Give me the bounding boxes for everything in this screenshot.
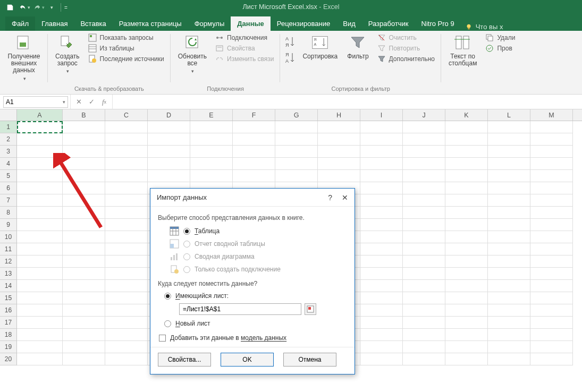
cell[interactable] [360,268,403,280]
cell[interactable] [488,243,530,255]
cell[interactable] [403,268,445,280]
cell[interactable] [318,158,360,170]
dialog-help-button[interactable]: ? [328,193,332,202]
save-button[interactable] [4,2,16,13]
column-header[interactable]: H [318,109,360,121]
cell[interactable] [530,146,573,158]
cell[interactable] [233,121,275,133]
column-header[interactable]: A [17,109,63,121]
cell[interactable] [488,207,530,219]
cell[interactable] [17,280,63,292]
cell[interactable] [105,292,148,304]
cell[interactable] [360,353,403,365]
cell[interactable] [105,207,148,219]
column-header[interactable]: K [445,109,488,121]
cell[interactable] [105,121,148,133]
cell[interactable] [445,329,488,341]
cell[interactable] [63,146,105,158]
cell[interactable] [445,353,488,365]
add-to-model-row[interactable]: Добавить эти данные в модель данных [158,329,347,346]
qat-customize[interactable]: ▾ [46,2,57,13]
cell[interactable] [488,255,530,268]
get-external-data-button[interactable]: Получение внешних данных [4,33,44,82]
ok-button[interactable]: OK [221,353,274,367]
cell[interactable] [17,341,63,353]
row-header[interactable]: 10 [0,231,17,243]
column-header[interactable]: B [63,109,105,121]
cell[interactable] [403,317,445,329]
cell[interactable] [360,243,403,255]
cell[interactable] [360,255,403,268]
cell[interactable] [17,329,63,341]
cell[interactable] [403,353,445,365]
cell[interactable] [530,133,573,146]
cell[interactable] [445,268,488,280]
cell[interactable] [488,170,530,182]
row-header[interactable]: 15 [0,292,17,304]
cell[interactable] [403,133,445,146]
cell[interactable] [445,231,488,243]
cell[interactable] [360,304,403,317]
cell[interactable] [63,219,105,231]
cell[interactable] [275,133,318,146]
cell[interactable] [488,317,530,329]
reapply-filter-button[interactable]: Повторить [375,44,437,53]
cancel-button[interactable]: Отмена [283,353,336,367]
row-header[interactable]: 2 [0,133,17,146]
cell[interactable] [63,329,105,341]
tab-data[interactable]: Данные [231,16,271,31]
cell[interactable] [105,329,148,341]
sort-asc-icon[interactable]: AЯ [284,35,296,50]
tab-file[interactable]: Файл [5,16,35,31]
cell[interactable] [63,280,105,292]
cell[interactable] [105,255,148,268]
cell[interactable] [63,268,105,280]
cell[interactable] [105,341,148,353]
cell[interactable] [488,341,530,353]
cell[interactable] [530,341,573,353]
cell[interactable] [445,317,488,329]
cell[interactable] [445,243,488,255]
cell[interactable] [403,329,445,341]
opt-existing-sheet[interactable]: Имеющийся лист: [158,291,347,301]
cell[interactable] [17,194,63,207]
cell[interactable] [530,304,573,317]
edit-links-button[interactable]: Изменить связи [213,54,276,64]
cell[interactable] [105,182,148,194]
cell[interactable] [190,133,233,146]
column-header[interactable]: I [360,109,403,121]
row-header[interactable]: 17 [0,317,17,329]
cell[interactable] [63,292,105,304]
cell[interactable] [105,353,148,365]
cell[interactable] [488,182,530,194]
cell[interactable] [63,207,105,219]
cell[interactable] [530,219,573,231]
cell[interactable] [488,146,530,158]
opt-table[interactable]: Таблица [158,225,347,237]
cell[interactable] [105,231,148,243]
cell[interactable] [63,255,105,268]
cell[interactable] [403,146,445,158]
cell[interactable] [360,329,403,341]
cell[interactable] [17,255,63,268]
formula-input[interactable] [113,96,582,108]
cell[interactable] [530,170,573,182]
show-queries-button[interactable]: Показать запросы [86,33,166,42]
tell-me[interactable]: Что вы х [465,23,503,31]
recent-sources-button[interactable]: Последние источники [86,54,166,64]
cell[interactable] [63,317,105,329]
cell[interactable] [63,158,105,170]
cell[interactable] [105,280,148,292]
tab-insert[interactable]: Вставка [74,16,112,31]
cell[interactable] [105,194,148,207]
cell[interactable] [275,121,318,133]
select-all-corner[interactable] [0,109,17,121]
cell[interactable] [275,146,318,158]
cell[interactable] [360,341,403,353]
cell[interactable] [403,292,445,304]
cell[interactable] [403,219,445,231]
column-header[interactable]: C [105,109,148,121]
cell[interactable] [530,329,573,341]
cell[interactable] [403,207,445,219]
column-header[interactable]: G [275,109,318,121]
